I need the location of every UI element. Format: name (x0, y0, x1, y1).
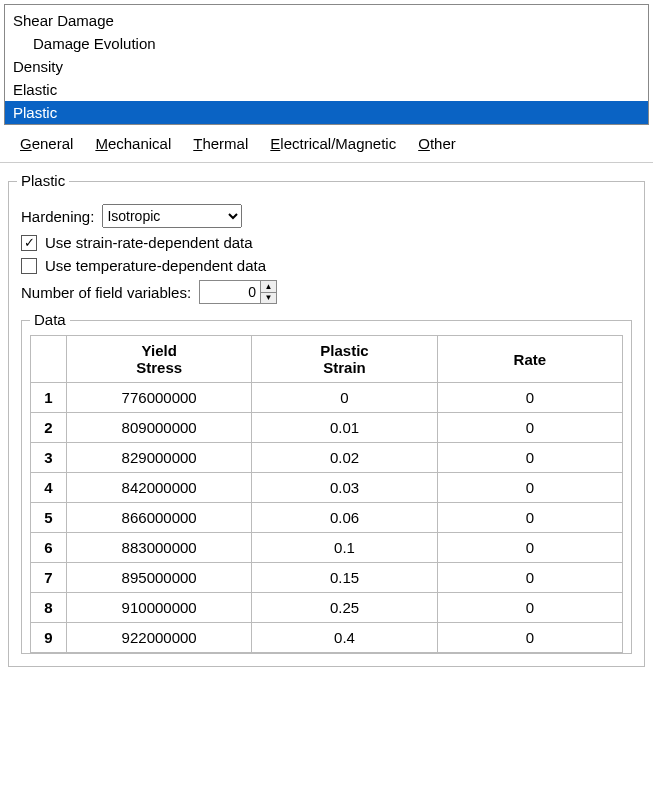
tree-item-density[interactable]: Density (5, 55, 648, 78)
cell-yield-stress[interactable]: 809000000 (67, 413, 252, 443)
cell-rate[interactable]: 0 (437, 383, 622, 413)
table-row[interactable]: 89100000000.250 (31, 593, 623, 623)
cell-yield-stress[interactable]: 776000000 (67, 383, 252, 413)
data-fieldset: Data YieldStress PlasticStrain Rate 1776… (21, 320, 632, 654)
data-table[interactable]: YieldStress PlasticStrain Rate 177600000… (30, 335, 623, 653)
cell-plastic-strain[interactable]: 0.03 (252, 473, 437, 503)
field-vars-label: Number of field variables: (21, 284, 191, 301)
cell-plastic-strain[interactable]: 0.4 (252, 623, 437, 653)
menu-other[interactable]: Other (418, 135, 456, 152)
row-number: 5 (31, 503, 67, 533)
cell-yield-stress[interactable]: 922000000 (67, 623, 252, 653)
cell-plastic-strain[interactable]: 0.01 (252, 413, 437, 443)
strain-rate-label: Use strain-rate-dependent data (45, 234, 253, 251)
field-vars-up-icon[interactable]: ▲ (261, 281, 276, 292)
data-legend: Data (30, 311, 70, 328)
plastic-fieldset: Plastic Hardening: Isotropic ✓ Use strai… (8, 181, 645, 667)
field-vars-spinner[interactable]: ▲ ▼ (199, 280, 277, 304)
row-number: 6 (31, 533, 67, 563)
menu-thermal[interactable]: Thermal (193, 135, 248, 152)
table-row[interactable]: 38290000000.020 (31, 443, 623, 473)
cell-rate[interactable]: 0 (437, 533, 622, 563)
cell-rate[interactable]: 0 (437, 563, 622, 593)
strain-rate-checkbox[interactable]: ✓ (21, 235, 37, 251)
hardening-label: Hardening: (21, 208, 94, 225)
field-vars-input[interactable] (200, 281, 260, 303)
plastic-legend: Plastic (17, 172, 69, 189)
menu-general[interactable]: General (20, 135, 73, 152)
cell-rate[interactable]: 0 (437, 413, 622, 443)
tree-item-damage-evolution[interactable]: Damage Evolution (5, 32, 648, 55)
cell-rate[interactable]: 0 (437, 443, 622, 473)
header-plastic-strain: PlasticStrain (252, 336, 437, 383)
cell-rate[interactable]: 0 (437, 623, 622, 653)
row-number: 4 (31, 473, 67, 503)
cell-plastic-strain[interactable]: 0.02 (252, 443, 437, 473)
field-vars-down-icon[interactable]: ▼ (261, 292, 276, 304)
table-row[interactable]: 99220000000.40 (31, 623, 623, 653)
cell-yield-stress[interactable]: 895000000 (67, 563, 252, 593)
tree-item-shear-damage[interactable]: Shear Damage (5, 9, 648, 32)
table-row[interactable]: 177600000000 (31, 383, 623, 413)
table-row[interactable]: 78950000000.150 (31, 563, 623, 593)
table-row[interactable]: 28090000000.010 (31, 413, 623, 443)
row-number: 7 (31, 563, 67, 593)
table-row[interactable]: 48420000000.030 (31, 473, 623, 503)
cell-yield-stress[interactable]: 910000000 (67, 593, 252, 623)
tree-item-elastic[interactable]: Elastic (5, 78, 648, 101)
row-number: 2 (31, 413, 67, 443)
row-number: 8 (31, 593, 67, 623)
header-rownum (31, 336, 67, 383)
cell-plastic-strain[interactable]: 0.1 (252, 533, 437, 563)
temperature-label: Use temperature-dependent data (45, 257, 266, 274)
cell-plastic-strain[interactable]: 0.06 (252, 503, 437, 533)
cell-plastic-strain[interactable]: 0.25 (252, 593, 437, 623)
cell-plastic-strain[interactable]: 0 (252, 383, 437, 413)
cell-rate[interactable]: 0 (437, 593, 622, 623)
row-number: 3 (31, 443, 67, 473)
cell-yield-stress[interactable]: 866000000 (67, 503, 252, 533)
row-number: 9 (31, 623, 67, 653)
cell-yield-stress[interactable]: 842000000 (67, 473, 252, 503)
cell-yield-stress[interactable]: 883000000 (67, 533, 252, 563)
cell-rate[interactable]: 0 (437, 473, 622, 503)
row-number: 1 (31, 383, 67, 413)
cell-yield-stress[interactable]: 829000000 (67, 443, 252, 473)
table-row[interactable]: 68830000000.10 (31, 533, 623, 563)
tree-item-plastic[interactable]: Plastic (5, 101, 648, 124)
cell-rate[interactable]: 0 (437, 503, 622, 533)
behavior-menu-bar: General Mechanical Thermal Electrical/Ma… (0, 125, 653, 163)
menu-mechanical[interactable]: Mechanical (95, 135, 171, 152)
hardening-select[interactable]: Isotropic (102, 204, 242, 228)
temperature-checkbox[interactable] (21, 258, 37, 274)
header-rate: Rate (437, 336, 622, 383)
cell-plastic-strain[interactable]: 0.15 (252, 563, 437, 593)
header-yield-stress: YieldStress (67, 336, 252, 383)
material-behavior-tree[interactable]: Shear Damage Damage Evolution Density El… (4, 4, 649, 125)
menu-electrical-magnetic[interactable]: Electrical/Magnetic (270, 135, 396, 152)
table-row[interactable]: 58660000000.060 (31, 503, 623, 533)
